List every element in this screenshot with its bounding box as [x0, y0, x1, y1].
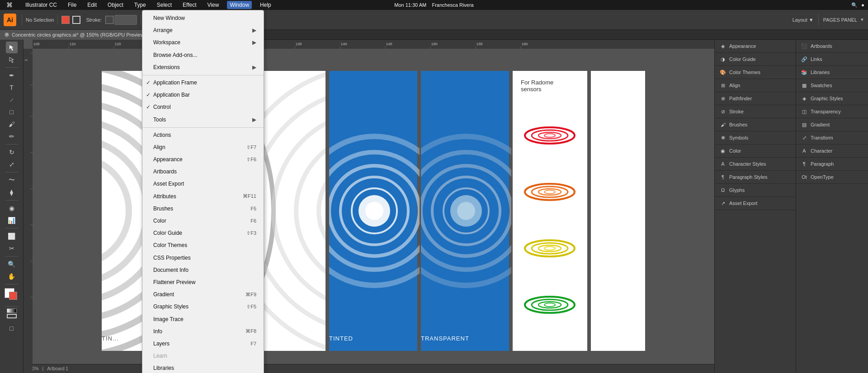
menu-item-image-trace[interactable]: Image Trace: [142, 313, 264, 326]
panel-align-header[interactable]: ⊞ Align: [715, 79, 796, 92]
panel-links-header[interactable]: 🔗 Links: [796, 53, 868, 65]
extra-tools: [7, 308, 17, 318]
menu-item-css-props[interactable]: CSS Properties: [142, 252, 264, 264]
menu-item-color[interactable]: Color F6: [142, 215, 264, 227]
menu-item-new-window[interactable]: New Window: [142, 12, 264, 24]
panel-transparency-header[interactable]: ◫ Transparency: [796, 105, 868, 118]
panel-gradient-header[interactable]: ▤ Gradient: [796, 118, 868, 131]
pencil-tool[interactable]: ✏: [6, 131, 18, 142]
change-screen-mode[interactable]: □: [6, 322, 18, 334]
paintbrush-tool[interactable]: 🖌: [6, 118, 18, 130]
graph-tool[interactable]: 📊: [6, 214, 18, 226]
panel-graphic-styles-header[interactable]: ◈ Graphic Styles: [796, 92, 868, 105]
scale-tool[interactable]: ⤢: [6, 159, 18, 170]
stroke-swatch[interactable]: [72, 16, 80, 24]
rotate-tool[interactable]: ↻: [6, 146, 18, 158]
doc-tab-active[interactable]: ✕ Concentric circles graphics.ai* @ 150%…: [0, 30, 151, 40]
zoom-tool[interactable]: 🔍: [6, 258, 18, 270]
panel-char-styles-header[interactable]: A Character Styles: [715, 158, 796, 170]
panel-color-themes-header[interactable]: 🎨 Color Themes: [715, 66, 796, 79]
menu-item-artboards[interactable]: Artboards: [142, 166, 264, 178]
hand-tool[interactable]: ✋: [6, 270, 18, 282]
line-tool[interactable]: ⟋: [6, 94, 18, 106]
menu-item-tools[interactable]: Tools ▶: [142, 114, 264, 126]
menu-item-workspace[interactable]: Workspace ▶: [142, 37, 264, 49]
stroke-color-box[interactable]: [105, 16, 113, 24]
menu-item-align[interactable]: Align ⇧F7: [142, 141, 264, 154]
panel-brushes-header[interactable]: 🖌 Brushes: [715, 118, 796, 131]
file-menu[interactable]: File: [65, 1, 79, 9]
panel-glyphs-header[interactable]: Ω Glyphs: [715, 184, 796, 196]
menu-item-app-bar[interactable]: ✓ Application Bar: [142, 89, 264, 101]
panel-character-header[interactable]: A Character: [796, 145, 868, 157]
canvas-area: 105 110 115 120 125 130 135 140: [24, 40, 714, 373]
menu-item-graphic-styles[interactable]: Graphic Styles ⇧F5: [142, 301, 264, 313]
menu-item-color-guide[interactable]: Color Guide ⇧F3: [142, 227, 264, 239]
panel-paragraph-header[interactable]: ¶ Paragraph: [796, 158, 868, 170]
menu-item-arrange[interactable]: Arrange ▶: [142, 24, 264, 37]
menu-item-app-frame[interactable]: ✓ Application Frame: [142, 77, 264, 89]
app-name-menu[interactable]: Illustrator CC: [23, 1, 60, 9]
effect-menu[interactable]: Effect: [180, 1, 199, 9]
panel-color-guide-header[interactable]: ◑ Color Guide: [715, 53, 796, 65]
doc-tab-close-btn[interactable]: ✕: [5, 33, 9, 37]
menu-item-control[interactable]: ✓ Control: [142, 101, 264, 113]
panel-artboards-header[interactable]: ⬛ Artboards: [796, 40, 868, 52]
view-menu[interactable]: View: [205, 1, 222, 9]
stroke-color-swatch[interactable]: [9, 292, 17, 300]
fill-swatch[interactable]: [61, 16, 70, 24]
help-menu[interactable]: Help: [257, 1, 274, 9]
menu-item-asset-export[interactable]: Asset Export: [142, 178, 264, 190]
menu-item-appearance[interactable]: Appearance ⇧F6: [142, 154, 264, 166]
panel-libraries-header[interactable]: 📚 Libraries: [796, 66, 868, 79]
panel-opentype-header[interactable]: Ot OpenType: [796, 171, 868, 183]
rect-tool[interactable]: □: [6, 106, 18, 118]
panel-color-header[interactable]: ◉ Color: [715, 145, 796, 157]
menu-item-doc-info[interactable]: Document Info: [142, 264, 264, 276]
panel-para-styles-header[interactable]: ¶ Paragraph Styles: [715, 171, 796, 183]
fill-stroke-box[interactable]: [61, 16, 70, 24]
stroke-input[interactable]: [114, 15, 137, 25]
none-swatch[interactable]: [7, 314, 17, 318]
search-icon[interactable]: 🔍: [851, 2, 858, 8]
gradient-swatch[interactable]: [7, 308, 17, 313]
symbol-spray-tool[interactable]: ◉: [6, 202, 18, 214]
menu-item-brushes[interactable]: Brushes F5: [142, 203, 264, 215]
window-menu[interactable]: Window: [227, 1, 252, 9]
panel-appearance-header[interactable]: ◈ Appearance: [715, 40, 796, 52]
menu-item-layers[interactable]: Layers F7: [142, 338, 264, 350]
pen-tool[interactable]: ✒: [6, 70, 18, 81]
menu-item-color-themes[interactable]: Color Themes: [142, 239, 264, 252]
panel-transform-header[interactable]: ⤢ Transform: [796, 131, 868, 144]
artboard-tool[interactable]: ⬜: [6, 230, 18, 242]
slice-tool[interactable]: ✂: [6, 242, 18, 254]
apple-menu[interactable]: ⌘: [4, 0, 15, 9]
menu-item-actions[interactable]: Actions: [142, 129, 264, 141]
pages-panel-label[interactable]: PAGES PANEL: [823, 17, 857, 23]
menu-item-attributes[interactable]: Attributes ⌘F11: [142, 191, 264, 203]
panel-stroke-header[interactable]: ⊘ Stroke: [715, 105, 796, 118]
type-tool[interactable]: T: [6, 82, 18, 93]
menu-item-extensions[interactable]: Extensions ▶: [142, 61, 264, 74]
object-menu[interactable]: Object: [105, 1, 126, 9]
menu-item-libraries[interactable]: Libraries: [142, 362, 264, 373]
menu-item-info[interactable]: Info ⌘F8: [142, 326, 264, 338]
menu-item-browse-addons[interactable]: Browse Add-ons...: [142, 49, 264, 61]
menu-item-gradient[interactable]: Gradient ⌘F9: [142, 289, 264, 301]
paragraph-label: Paragraph: [811, 161, 834, 167]
direct-select-tool[interactable]: [6, 54, 18, 65]
warp-tool[interactable]: 〜: [6, 174, 18, 186]
clock-display: Mon 11:30 AM: [394, 2, 426, 8]
panel-pathfinder-header[interactable]: ⊕ Pathfinder: [715, 92, 796, 105]
select-menu[interactable]: Select: [154, 1, 175, 9]
panel-swatches-header[interactable]: ▦ Swatches: [796, 79, 868, 92]
panel-symbols-header[interactable]: ❋ Symbols: [715, 131, 796, 144]
menu-item-flattener[interactable]: Flattener Preview: [142, 276, 264, 289]
pages-expand-icon[interactable]: ▼: [860, 17, 864, 22]
select-tool[interactable]: [6, 42, 18, 53]
panel-asset-export-header[interactable]: ↗ Asset Export: [715, 197, 796, 210]
edit-menu[interactable]: Edit: [85, 1, 99, 9]
blend-tool[interactable]: ⧫: [6, 186, 18, 198]
layout-label[interactable]: Layout ▼: [793, 17, 814, 23]
type-menu[interactable]: Type: [132, 1, 149, 9]
